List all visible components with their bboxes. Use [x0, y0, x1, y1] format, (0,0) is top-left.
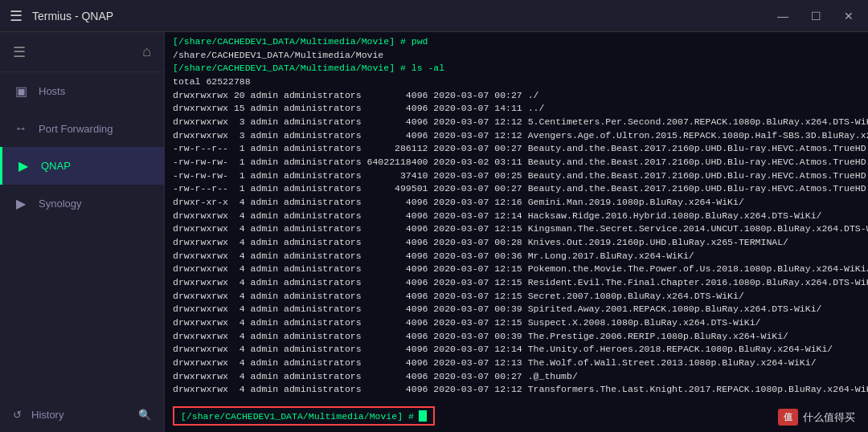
sidebar-item-synology-label: Synology [39, 198, 81, 210]
sidebar-item-port-forwarding[interactable]: ↔ Port Forwarding [0, 110, 164, 147]
terminal-line: -rw-r--r-- 1 admin administrators 286112… [173, 142, 860, 156]
terminal-area: [/share/CACHEDEV1_DATA/Multimedia/Movie]… [165, 32, 868, 432]
sidebar-home-icon[interactable]: ⌂ [142, 43, 151, 60]
sidebar-item-history-label: History [31, 409, 63, 421]
terminal-line: drwxrwxrwx 4 admin administrators 4096 2… [173, 343, 860, 357]
sidebar-item-qnap[interactable]: ▶ QNAP [0, 147, 164, 185]
terminal-line: drwxrwxrwx 4 admin administrators 4096 2… [173, 303, 860, 316]
sidebar-item-history[interactable]: ↺ History 🔍 [0, 397, 164, 432]
sidebar-item-port-forwarding-label: Port Forwarding [39, 123, 113, 135]
terminal-line: total 62522788 [173, 75, 860, 89]
watermark-badge: 值 [778, 409, 798, 426]
title-bar-left: ☰ Termius - QNAP [10, 7, 113, 25]
terminal-line: drwxrwxrwx 4 admin administrators 4096 2… [173, 383, 860, 397]
history-icon: ↺ [13, 409, 22, 421]
terminal-output[interactable]: [/share/CACHEDEV1_DATA/Multimedia/Movie]… [165, 32, 868, 403]
terminal-prompt-box[interactable]: [/share/CACHEDEV1_DATA/Multimedia/Movie]… [173, 406, 435, 426]
qnap-icon: ▶ [15, 158, 31, 173]
sidebar: ☰ ⌂ ▣ Hosts ↔ Port Forwarding ▶ QNAP ▶ S… [0, 32, 165, 432]
terminal-line: drwxr-xr-x 4 admin administrators 4096 2… [173, 196, 860, 210]
terminal-input-row: [/share/CACHEDEV1_DATA/Multimedia/Movie]… [165, 403, 868, 432]
synology-icon: ▶ [13, 196, 29, 211]
hamburger-icon[interactable]: ☰ [10, 7, 23, 25]
terminal-line: /share/CACHEDEV1_DATA/Multimedia/Movie [173, 49, 860, 63]
port-forwarding-icon: ↔ [13, 121, 29, 136]
watermark-text: 什么值得买 [803, 410, 855, 425]
terminal-line: drwxrwxrwx 4 admin administrators 4096 2… [173, 276, 860, 290]
terminal-line: drwxrwxrwx 3 admin administrators 4096 2… [173, 116, 860, 129]
terminal-line: -rw-rw-rw- 1 admin administrators 640221… [173, 156, 860, 169]
title-bar: ☰ Termius - QNAP — ☐ ✕ [0, 0, 868, 32]
terminal-line: [/share/CACHEDEV1_DATA/Multimedia/Movie]… [173, 62, 860, 75]
watermark: 值 什么值得买 [778, 409, 855, 426]
hosts-icon: ▣ [13, 84, 29, 99]
terminal-line: drwxrwxrwx 3 admin administrators 4096 2… [173, 129, 860, 143]
terminal-line: drwxrwxrwx 4 admin administrators 4096 2… [173, 210, 860, 223]
terminal-prompt: [/share/CACHEDEV1_DATA/Multimedia/Movie]… [181, 411, 414, 422]
sidebar-menu-icon[interactable]: ☰ [13, 43, 26, 61]
terminal-line: drwxrwxrwx 15 admin administrators 4096 … [173, 102, 860, 116]
history-search-icon[interactable]: 🔍 [138, 409, 151, 421]
terminal-line: drwxrwxrwx 4 admin administrators 4096 2… [173, 236, 860, 250]
terminal-line: -rw-r--r-- 1 admin administrators 499501… [173, 182, 860, 196]
terminal-line: drwxrwxrwx 4 admin administrators 4096 2… [173, 370, 860, 384]
minimize-button[interactable]: — [772, 8, 793, 24]
sidebar-item-hosts[interactable]: ▣ Hosts [0, 72, 164, 110]
terminal-line: drwxrwxrwx 4 admin administrators 4096 2… [173, 250, 860, 263]
terminal-line: drwxrwxrwx 4 admin administrators 4096 2… [173, 357, 860, 370]
terminal-cursor [419, 410, 427, 422]
terminal-line: drwxrwxrwx 4 admin administrators 4096 2… [173, 263, 860, 276]
terminal-line: drwxrwxrwx 4 admin administrators 4096 2… [173, 222, 860, 236]
maximize-button[interactable]: ☐ [806, 8, 826, 24]
terminal-line: -rw-rw-rw- 1 admin administrators 37410 … [173, 169, 860, 183]
terminal-line: [/share/CACHEDEV1_DATA/Multimedia/Movie]… [173, 35, 860, 49]
terminal-line: drwxrwxrwx 20 admin administrators 4096 … [173, 89, 860, 103]
terminal-line: drwxrwxrwx 4 admin administrators 4096 2… [173, 330, 860, 344]
main-layout: ☰ ⌂ ▣ Hosts ↔ Port Forwarding ▶ QNAP ▶ S… [0, 32, 868, 432]
sidebar-item-qnap-label: QNAP [41, 160, 71, 172]
terminal-line: drwxrwxrwx 4 admin administrators 4096 2… [173, 316, 860, 330]
sidebar-item-synology[interactable]: ▶ Synology [0, 185, 164, 222]
sidebar-header: ☰ ⌂ [0, 32, 164, 72]
window-title: Termius - QNAP [32, 10, 113, 22]
terminal-line: drwxrwxrwx 4 admin administrators 4096 2… [173, 290, 860, 304]
sidebar-item-hosts-label: Hosts [39, 85, 65, 97]
history-left: ↺ History [13, 409, 63, 421]
close-button[interactable]: ✕ [839, 8, 858, 24]
window-controls: — ☐ ✕ [772, 8, 858, 24]
